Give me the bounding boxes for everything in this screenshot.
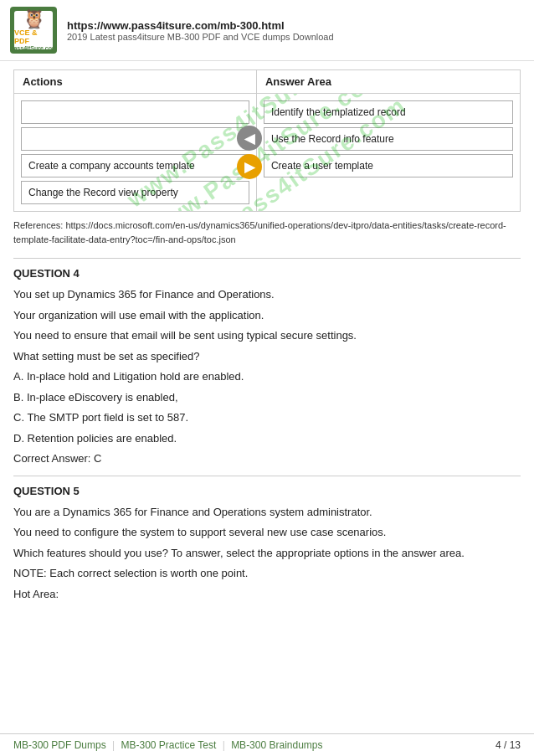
q5-line-3: NOTE: Each correct selection is worth on… bbox=[13, 565, 521, 582]
question-4-label: QUESTION 4 bbox=[13, 267, 521, 280]
footer-link-practice[interactable]: MB-300 Practice Test bbox=[121, 739, 217, 751]
answer-item-identify[interactable]: Identify the templatized record bbox=[264, 100, 513, 124]
divider-2 bbox=[13, 476, 521, 476]
footer-separator-2: | bbox=[223, 739, 228, 751]
main-content: Actions Answer Area www.Pass4itSure.comw… bbox=[0, 61, 534, 640]
header-info: https://www.pass4itsure.com/mb-300.html … bbox=[67, 19, 524, 42]
q5-line-0: You are a Dynamics 365 for Finance and O… bbox=[13, 504, 521, 521]
action-empty-1[interactable] bbox=[21, 100, 249, 124]
references-label: References: bbox=[13, 220, 63, 230]
logo-brand-text: Pass4itSure.com bbox=[10, 45, 57, 51]
footer-links[interactable]: MB-300 PDF Dumps | MB-300 Practice Test … bbox=[13, 739, 323, 751]
q4-line-3: What setting must be set as specified? bbox=[13, 348, 521, 365]
action-item-template[interactable]: Create a company accounts template bbox=[21, 154, 249, 177]
q4-line-0: You set up Dynamics 365 for Finance and … bbox=[13, 286, 521, 303]
q5-line-4: Hot Area: bbox=[13, 586, 521, 603]
footer-separator-1: | bbox=[112, 739, 117, 751]
actions-header: Actions bbox=[14, 70, 257, 93]
logo-box: 🦉 VCE & PDF Pass4itSure.com bbox=[10, 7, 57, 54]
footer-link-braindumps[interactable]: MB-300 Braindumps bbox=[231, 739, 322, 751]
question-5-label: QUESTION 5 bbox=[13, 485, 521, 497]
question-5-block: QUESTION 5 You are a Dynamics 365 for Fi… bbox=[13, 485, 521, 603]
header-url: https://www.pass4itsure.com/mb-300.html bbox=[67, 19, 524, 32]
arrow-left[interactable]: ◀ bbox=[237, 126, 262, 151]
logo-owl: 🦉 bbox=[23, 10, 45, 28]
diagram-header-row: Actions Answer Area bbox=[14, 70, 520, 94]
question-4-block: QUESTION 4 You set up Dynamics 365 for F… bbox=[13, 267, 521, 467]
references-url: https://docs.microsoft.com/en-us/dynamic… bbox=[13, 220, 506, 244]
answer-header: Answer Area bbox=[257, 70, 520, 93]
q4-line-7: D. Retention policies are enabled. bbox=[13, 430, 521, 447]
q4-line-1: Your organization will use email with th… bbox=[13, 307, 521, 324]
actions-column: Create a company accounts template Chang… bbox=[14, 94, 257, 211]
q5-line-1: You need to configure the system to supp… bbox=[13, 524, 521, 541]
arrow-right[interactable]: ▶ bbox=[237, 154, 262, 179]
action-item-record[interactable]: Change the Record view property bbox=[21, 181, 249, 204]
q4-line-6: C. The SMTP port field is set to 587. bbox=[13, 409, 521, 426]
q4-correct-answer: Correct Answer: C bbox=[13, 450, 521, 467]
footer-link-pdf[interactable]: MB-300 PDF Dumps bbox=[13, 739, 106, 751]
answer-column: Identify the templatized record Use the … bbox=[257, 94, 520, 211]
logo-inner: 🦉 VCE & PDF Pass4itSure.com bbox=[14, 11, 53, 49]
q4-line-5: B. In-place eDiscovery is enabled, bbox=[13, 389, 521, 406]
diagram-body: www.Pass4itSure.comwww.Pass4itSure.comww… bbox=[14, 94, 520, 211]
nav-arrows: ◀ ▶ bbox=[237, 126, 262, 179]
divider-1 bbox=[13, 258, 521, 259]
logo-vce-text: VCE & PDF bbox=[14, 28, 53, 45]
header-subtitle: 2019 Latest pass4itsure MB-300 PDF and V… bbox=[67, 32, 524, 42]
q4-line-4: A. In-place hold and Litigation hold are… bbox=[13, 368, 521, 385]
page-header: 🦉 VCE & PDF Pass4itSure.com https://www.… bbox=[0, 0, 534, 61]
diagram-wrapper: Actions Answer Area www.Pass4itSure.comw… bbox=[13, 69, 521, 212]
page-footer: MB-300 PDF Dumps | MB-300 Practice Test … bbox=[0, 733, 534, 756]
answer-item-record-info[interactable]: Use the Record info feature bbox=[264, 127, 513, 151]
answer-item-user-template[interactable]: Create a user template bbox=[264, 154, 513, 177]
references: References: https://docs.microsoft.com/e… bbox=[13, 219, 521, 246]
q5-line-2: Which features should you use? To answer… bbox=[13, 545, 521, 562]
q4-line-2: You need to ensure that email will be se… bbox=[13, 327, 521, 344]
footer-page-number: 4 / 13 bbox=[495, 739, 521, 751]
action-empty-2[interactable] bbox=[21, 127, 249, 151]
